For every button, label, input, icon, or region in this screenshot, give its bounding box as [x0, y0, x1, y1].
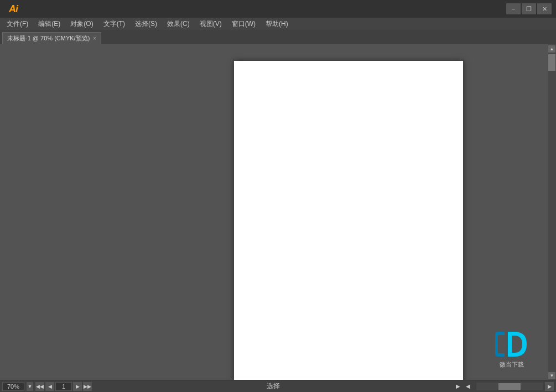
- play-button[interactable]: ▶: [454, 383, 462, 390]
- zoom-input[interactable]: [2, 382, 24, 391]
- zoom-dropdown-button[interactable]: ▼: [27, 382, 33, 391]
- restore-button[interactable]: ❐: [522, 3, 536, 14]
- left-panel: [0, 44, 149, 380]
- title-bar: Ai − ❐ ✕: [0, 0, 556, 18]
- window-controls: − ❐ ✕: [506, 3, 552, 14]
- canvas-area[interactable]: 微当下载: [149, 44, 548, 380]
- scroll-up-icon: ▲: [550, 46, 554, 51]
- tab-close-button[interactable]: ×: [93, 36, 96, 41]
- menu-effect[interactable]: 效果(C): [163, 18, 194, 30]
- scroll-up-button[interactable]: ▲: [548, 45, 555, 53]
- chevron-left-icon[interactable]: ◀: [464, 383, 472, 390]
- watermark-text: 微当下载: [500, 360, 524, 369]
- menu-select[interactable]: 选择(S): [131, 18, 162, 30]
- menu-file[interactable]: 文件(F): [2, 18, 33, 30]
- menu-view[interactable]: 视图(V): [195, 18, 226, 30]
- nav-prev-button[interactable]: ◀: [45, 382, 54, 391]
- minimize-button[interactable]: −: [506, 3, 521, 14]
- watermark: 微当下载: [492, 329, 531, 369]
- menu-edit[interactable]: 编辑(E): [34, 18, 65, 30]
- ai-logo-text: Ai: [9, 3, 18, 15]
- menu-help[interactable]: 帮助(H): [261, 18, 293, 30]
- tab-title: 未标题-1 @ 70% (CMYK/预览): [7, 34, 90, 43]
- scroll-right-button[interactable]: ▶: [545, 382, 554, 391]
- nav-first-button[interactable]: ◀◀: [35, 382, 44, 391]
- nav-next-button[interactable]: ▶: [73, 382, 82, 391]
- menu-bar: 文件(F) 编辑(E) 对象(O) 文字(T) 选择(S) 效果(C) 视图(V…: [0, 18, 556, 30]
- artboard: [234, 61, 463, 380]
- tool-label: 选择: [94, 381, 452, 391]
- menu-window[interactable]: 窗口(W): [227, 18, 260, 30]
- nav-last-button[interactable]: ▶▶: [83, 382, 92, 391]
- scroll-thumb-right[interactable]: [548, 54, 555, 71]
- nav-controls: ◀◀ ◀ ▶ ▶▶: [35, 382, 92, 391]
- scroll-track-right[interactable]: [548, 53, 555, 372]
- bottom-scrollbar[interactable]: [476, 383, 543, 390]
- page-input[interactable]: [55, 382, 72, 391]
- menu-text[interactable]: 文字(T): [99, 18, 129, 30]
- close-button[interactable]: ✕: [537, 3, 552, 14]
- tab-bar: 未标题-1 @ 70% (CMYK/预览) ×: [0, 30, 556, 44]
- h-scroll-thumb[interactable]: [498, 383, 521, 390]
- status-bar: ▼ ◀◀ ◀ ▶ ▶▶ 选择 ▶ ◀ ▶: [0, 380, 556, 392]
- scroll-down-icon: ▼: [550, 373, 554, 378]
- main-layout: 微当下载 ▲ ▼: [0, 44, 556, 380]
- watermark-logo-svg: [492, 329, 531, 359]
- menu-object[interactable]: 对象(O): [66, 18, 97, 30]
- app-logo: Ai: [4, 0, 22, 18]
- right-scrollbar: ▲ ▼: [548, 44, 556, 380]
- document-tab[interactable]: 未标题-1 @ 70% (CMYK/预览) ×: [2, 32, 101, 44]
- scroll-down-button[interactable]: ▼: [548, 372, 555, 379]
